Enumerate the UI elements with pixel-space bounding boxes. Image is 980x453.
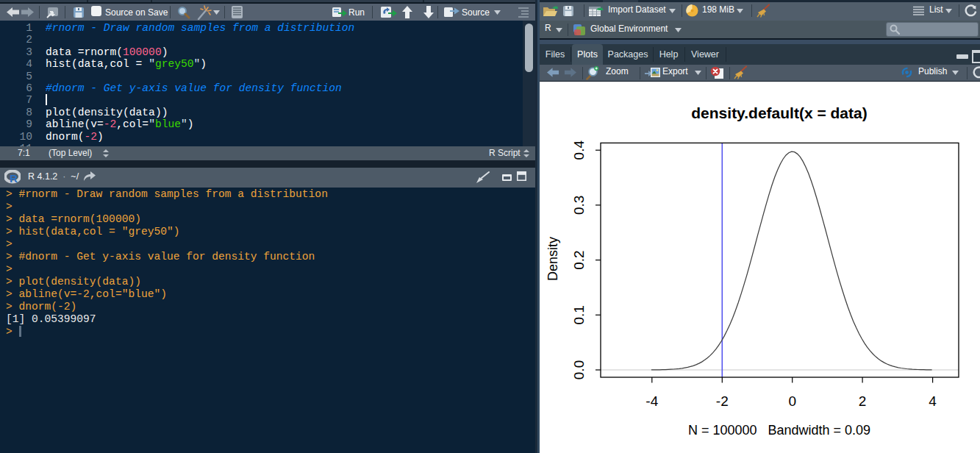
svg-text:0.3: 0.3 [571, 196, 587, 215]
svg-text:4: 4 [929, 393, 937, 409]
svg-text:-2: -2 [716, 393, 729, 409]
svg-text:-4: -4 [645, 393, 658, 409]
svg-text:R: R [10, 172, 18, 185]
svg-text:0.1: 0.1 [571, 305, 587, 324]
svg-text:N = 100000 Bandwidth = 0.09: N = 100000 Bandwidth = 0.09 [688, 423, 870, 438]
svg-text:0.0: 0.0 [571, 360, 587, 379]
svg-text:density.default(x = data): density.default(x = data) [691, 104, 867, 121]
svg-text:0.2: 0.2 [571, 250, 587, 269]
svg-text:2: 2 [859, 393, 867, 409]
svg-text:Density: Density [546, 237, 560, 281]
svg-text:0: 0 [788, 393, 796, 409]
svg-text:0.4: 0.4 [571, 140, 587, 160]
